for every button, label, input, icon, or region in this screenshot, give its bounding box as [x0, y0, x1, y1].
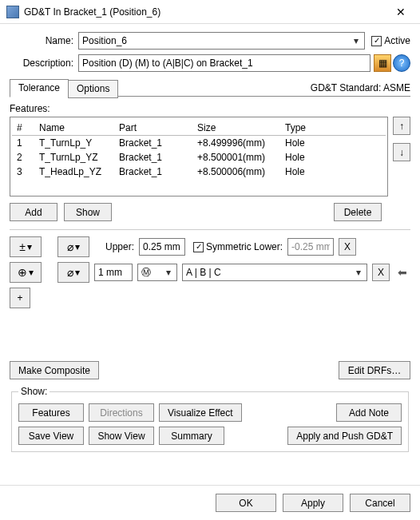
make-composite-button[interactable]: Make Composite — [10, 361, 99, 379]
name-label: Name: — [10, 35, 73, 46]
col-name: Name — [34, 121, 114, 136]
name-value: Position_6 — [82, 35, 127, 46]
table-row[interactable]: 3 T_HeadLp_YZ Bracket_1 +8.500006(mm) Ho… — [12, 165, 386, 179]
table-row[interactable]: 1 T_TurnLp_Y Bracket_1 +8.499996(mm) Hol… — [12, 136, 386, 151]
chevron-down-icon: ▾ — [352, 267, 365, 278]
chevron-down-icon: ▾ — [75, 241, 80, 252]
help-icon[interactable]: ? — [393, 54, 410, 72]
checkbox-check-icon: ✓ — [371, 36, 382, 46]
active-checkbox[interactable]: ✓ Active — [371, 35, 410, 46]
grid-icon[interactable]: ▦ — [374, 54, 391, 72]
col-idx: # — [12, 121, 34, 136]
add-button[interactable]: Add — [10, 203, 57, 221]
chevron-down-icon: ▾ — [162, 267, 175, 278]
arrow-left-icon: ⬅ — [394, 266, 410, 279]
ok-button[interactable]: OK — [216, 494, 276, 512]
datum-dropdown[interactable]: A | B | C ▾ — [182, 264, 367, 281]
geometry-symbol-dropdown[interactable]: ⊕ ▾ — [10, 262, 42, 283]
chevron-down-icon: ▾ — [29, 267, 34, 278]
diameter-symbol-dropdown[interactable]: ⌀ ▾ — [57, 236, 89, 257]
features-table[interactable]: # Name Part Size Type 1 T_TurnLp_Y Brack… — [10, 117, 388, 196]
gdt-standard-label: GD&T Standard: ASME — [311, 82, 410, 97]
show-button[interactable]: Show — [64, 203, 112, 221]
titlebar: GD&T In Bracket_1 (Position_6) ✕ — [0, 0, 420, 24]
symmetric-lower-checkbox[interactable]: ✓ Symmetric Lower: — [193, 241, 283, 252]
diameter-icon: ⌀ — [67, 266, 73, 279]
add-note-button[interactable]: Add Note — [336, 403, 402, 422]
chevron-down-icon: ▾ — [350, 35, 363, 46]
checkbox-check-icon: ✓ — [193, 242, 204, 252]
delete-button[interactable]: Delete — [334, 203, 382, 221]
tolerance-value-input[interactable] — [94, 264, 133, 281]
chevron-down-icon: ▾ — [75, 267, 80, 278]
upper-input[interactable] — [139, 238, 185, 256]
tab-options[interactable]: Options — [68, 80, 118, 98]
remove-fcf-button[interactable]: X — [372, 264, 390, 281]
move-up-button[interactable]: ↑ — [393, 117, 410, 135]
name-combo[interactable]: Position_6 ▾ — [78, 32, 365, 50]
save-view-button[interactable]: Save View — [18, 427, 84, 445]
window-title: GD&T In Bracket_1 (Position_6) — [24, 6, 383, 18]
datum-value: A | B | C — [186, 267, 221, 278]
close-button[interactable]: ✕ — [383, 1, 418, 23]
apply-push-button[interactable]: Apply and Push GD&T — [287, 427, 402, 445]
diameter-symbol-dropdown-2[interactable]: ⌀ ▾ — [57, 262, 89, 283]
plusminus-icon: ± — [19, 240, 26, 253]
lower-input — [287, 238, 334, 256]
description-input[interactable] — [78, 54, 370, 72]
description-label: Description: — [10, 58, 73, 69]
active-label: Active — [384, 35, 410, 46]
show-group: Show: Features Directions Visualize Effe… — [11, 386, 409, 452]
symmetric-lower-label: Symmetric Lower: — [206, 241, 283, 252]
diameter-icon: ⌀ — [67, 240, 73, 253]
summary-button[interactable]: Summary — [159, 427, 224, 445]
col-part: Part — [114, 121, 192, 136]
visualize-effect-button[interactable]: Visualize Effect — [159, 403, 242, 422]
show-directions-button: Directions — [89, 403, 154, 422]
move-down-button[interactable]: ↓ — [393, 143, 410, 161]
col-type: Type — [280, 121, 386, 136]
show-features-button[interactable]: Features — [18, 403, 84, 422]
add-fcf-button[interactable]: + — [10, 288, 30, 308]
position-icon: ⊕ — [18, 266, 27, 279]
cancel-button[interactable]: Cancel — [350, 494, 410, 512]
apply-button[interactable]: Apply — [283, 494, 343, 512]
table-row[interactable]: 2 T_TurnLp_YZ Bracket_1 +8.500001(mm) Ho… — [12, 150, 386, 165]
features-title: Features: — [10, 103, 410, 114]
tolerance-symbol-dropdown[interactable]: ± ▾ — [10, 236, 42, 257]
show-view-button[interactable]: Show View — [89, 427, 154, 445]
edit-drfs-button[interactable]: Edit DRFs… — [339, 361, 410, 379]
col-size: Size — [192, 121, 280, 136]
material-modifier-dropdown[interactable]: Ⓜ ▾ — [137, 264, 177, 281]
upper-label: Upper: — [105, 241, 134, 252]
app-icon — [6, 6, 19, 18]
tab-tolerance[interactable]: Tolerance — [10, 79, 69, 97]
chevron-down-icon: ▾ — [27, 241, 32, 252]
material-modifier-value: Ⓜ — [141, 266, 151, 280]
remove-tol-button[interactable]: X — [339, 238, 356, 256]
show-title: Show: — [18, 386, 50, 397]
